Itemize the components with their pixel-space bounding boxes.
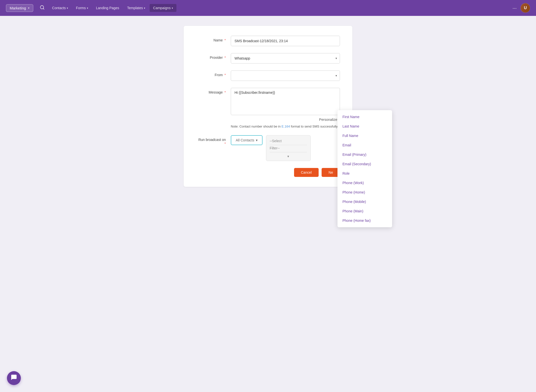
next-button[interactable]: Ne xyxy=(322,168,340,177)
cancel-button[interactable]: Cancel xyxy=(294,168,319,177)
message-row: Message * Hi {{Subscriber.firstname}} xyxy=(196,88,340,115)
avatar-image: U xyxy=(521,3,530,13)
dropdown-item-role[interactable]: Role xyxy=(337,169,392,178)
personalize-dropdown: First Name Last Name Full Name Email Ema… xyxy=(337,110,392,227)
provider-row: Provider * Whatsapp Twilio Nexmo ▾ xyxy=(196,53,340,64)
filter-chevron-icon: ▾ xyxy=(270,152,307,158)
message-required: * xyxy=(225,90,226,94)
personalize-row: Personalize ▾ xyxy=(196,118,340,122)
nav-item-forms[interactable]: Forms ▾ xyxy=(72,4,92,12)
provider-required: * xyxy=(225,56,226,60)
from-select-wrapper: ▾ xyxy=(231,70,340,81)
more-options-icon[interactable]: ··· xyxy=(510,3,519,13)
dropdown-item-phone-mobile[interactable]: Phone (Mobile) xyxy=(337,197,392,206)
chat-icon xyxy=(11,374,17,382)
provider-label: Provider * xyxy=(196,53,226,60)
from-select[interactable] xyxy=(231,70,340,81)
dropdown-item-phone-main[interactable]: Phone (Main) xyxy=(337,206,392,216)
broadcast-required: * xyxy=(225,142,226,146)
broadcast-controls: All Contacts ▾ --Select Filter-- ▾ xyxy=(231,135,340,161)
brand-label: Marketing xyxy=(10,6,26,10)
brand-selector[interactable]: Marketing ▾ xyxy=(6,4,33,12)
main-content: Name * Provider * Whatsapp Twilio Nexmo … xyxy=(0,16,536,197)
dropdown-item-email-secondary[interactable]: Email (Secondary) xyxy=(337,159,392,169)
dropdown-item-phone-homefax[interactable]: Phone (Home fax) xyxy=(337,216,392,225)
brand-chevron: ▾ xyxy=(28,6,30,10)
from-required: * xyxy=(225,73,226,77)
from-label: From * xyxy=(196,70,226,77)
dropdown-item-firstname[interactable]: First Name xyxy=(337,112,392,122)
form-card: Name * Provider * Whatsapp Twilio Nexmo … xyxy=(184,26,352,187)
nav-items: Contacts ▾ Forms ▾ Landing Pages Templat… xyxy=(49,4,176,12)
svg-line-1 xyxy=(43,8,44,9)
provider-select[interactable]: Whatsapp Twilio Nexmo xyxy=(231,53,340,64)
dropdown-item-email[interactable]: Email xyxy=(337,140,392,150)
nav-item-contacts[interactable]: Contacts ▾ xyxy=(49,4,71,12)
name-label: Name * xyxy=(196,36,226,42)
avatar[interactable]: U xyxy=(521,3,530,13)
chat-widget[interactable] xyxy=(7,371,21,385)
dropdown-item-lastname[interactable]: Last Name xyxy=(337,122,392,131)
dropdown-item-email-primary[interactable]: Email (Primary) xyxy=(337,150,392,159)
note-row: Note: Contact number should be in E.164 … xyxy=(231,125,340,128)
dropdown-item-fullname[interactable]: Full Name xyxy=(337,131,392,140)
filter-filter-label: Filter-- xyxy=(270,145,307,152)
e164-link[interactable]: E.164 xyxy=(282,125,290,128)
personalize-button[interactable]: Personalize ▾ xyxy=(319,118,340,122)
all-contacts-button[interactable]: All Contacts ▾ xyxy=(231,135,263,145)
actions-row: Cancel Ne xyxy=(196,168,340,177)
name-input[interactable] xyxy=(231,36,340,46)
name-row: Name * xyxy=(196,36,340,46)
nav-item-campaigns[interactable]: Campaigns ▾ xyxy=(150,4,176,12)
message-textarea[interactable]: Hi {{Subscriber.firstname}} xyxy=(231,88,340,115)
nav-item-landing-pages[interactable]: Landing Pages xyxy=(93,4,123,12)
filter-dropdown[interactable]: --Select Filter-- ▾ xyxy=(266,135,311,161)
filter-select-label: --Select xyxy=(270,138,307,145)
message-label: Message * xyxy=(196,88,226,94)
dropdown-item-phone-home[interactable]: Phone (Home) xyxy=(337,188,392,197)
dropdown-item-phone-work[interactable]: Phone (Work) xyxy=(337,178,392,188)
provider-select-wrapper: Whatsapp Twilio Nexmo ▾ xyxy=(231,53,340,64)
all-contacts-chevron-icon: ▾ xyxy=(256,138,258,142)
name-required: * xyxy=(225,38,226,42)
broadcast-row: Run broadcast on * All Contacts ▾ --Sele… xyxy=(196,135,340,161)
nav-item-templates[interactable]: Templates ▾ xyxy=(124,4,149,12)
from-row: From * ▾ xyxy=(196,70,340,81)
search-icon[interactable] xyxy=(40,5,45,11)
broadcast-label: Run broadcast on * xyxy=(196,135,226,146)
navbar: Marketing ▾ Contacts ▾ Forms ▾ Landing P… xyxy=(0,0,536,16)
